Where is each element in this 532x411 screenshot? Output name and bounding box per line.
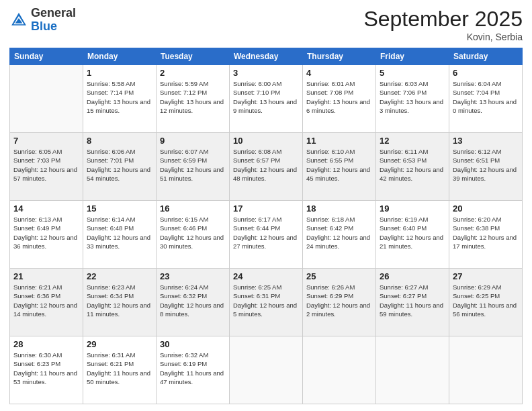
day-number: 27 [453, 271, 519, 281]
day-number: 14 [13, 203, 79, 214]
day-info: Sunrise: 6:10 AMSunset: 6:55 PMDaylight:… [306, 147, 372, 183]
day-number: 10 [233, 136, 299, 146]
day-number: 12 [380, 136, 445, 146]
day-number: 25 [306, 271, 372, 281]
logo-text: General Blue [31, 7, 76, 34]
calendar-cell: 28Sunrise: 6:30 AMSunset: 6:23 PMDayligh… [10, 336, 83, 404]
month-title: September 2025 [363, 7, 523, 32]
day-info: Sunrise: 6:31 AMSunset: 6:21 PMDaylight:… [87, 351, 152, 386]
calendar-week-row: 21Sunrise: 6:21 AMSunset: 6:36 PMDayligh… [10, 269, 523, 336]
day-info: Sunrise: 6:25 AMSunset: 6:31 PMDaylight:… [233, 283, 299, 318]
day-info: Sunrise: 6:21 AMSunset: 6:36 PMDaylight:… [13, 283, 79, 318]
title-block: September 2025 Kovin, Serbia [363, 7, 523, 42]
calendar-cell: 4Sunrise: 6:01 AMSunset: 7:08 PMDaylight… [303, 65, 376, 133]
day-number: 17 [233, 203, 299, 214]
calendar-cell: 18Sunrise: 6:18 AMSunset: 6:42 PMDayligh… [303, 201, 376, 269]
day-info: Sunrise: 5:59 AMSunset: 7:12 PMDaylight:… [160, 79, 226, 115]
day-info: Sunrise: 6:05 AMSunset: 7:03 PMDaylight:… [13, 147, 79, 183]
calendar-cell: 14Sunrise: 6:13 AMSunset: 6:49 PMDayligh… [10, 201, 83, 269]
calendar-week-row: 7Sunrise: 6:05 AMSunset: 7:03 PMDaylight… [10, 133, 523, 201]
day-info: Sunrise: 6:15 AMSunset: 6:46 PMDaylight:… [160, 215, 226, 250]
day-info: Sunrise: 6:06 AMSunset: 7:01 PMDaylight:… [87, 147, 152, 183]
calendar-cell [230, 336, 303, 404]
day-number: 7 [13, 136, 79, 146]
calendar-cell: 11Sunrise: 6:10 AMSunset: 6:55 PMDayligh… [303, 133, 376, 201]
header-tuesday: Tuesday [157, 48, 230, 65]
calendar-cell: 10Sunrise: 6:08 AMSunset: 6:57 PMDayligh… [230, 133, 303, 201]
day-info: Sunrise: 6:30 AMSunset: 6:23 PMDaylight:… [13, 351, 79, 386]
calendar-cell: 25Sunrise: 6:26 AMSunset: 6:29 PMDayligh… [303, 269, 376, 336]
day-number: 15 [87, 203, 152, 214]
logo-blue-text: Blue [31, 19, 57, 33]
day-info: Sunrise: 6:32 AMSunset: 6:19 PMDaylight:… [160, 351, 226, 386]
day-number: 5 [380, 68, 445, 78]
day-number: 16 [160, 203, 226, 214]
day-info: Sunrise: 6:12 AMSunset: 6:51 PMDaylight:… [453, 147, 519, 183]
page: General Blue September 2025 Kovin, Serbi… [0, 0, 532, 411]
day-info: Sunrise: 6:18 AMSunset: 6:42 PMDaylight:… [306, 215, 372, 250]
weekday-header-row: Sunday Monday Tuesday Wednesday Thursday… [10, 48, 523, 65]
day-number: 2 [160, 68, 226, 78]
day-number: 26 [380, 271, 445, 281]
calendar-cell: 5Sunrise: 6:03 AMSunset: 7:06 PMDaylight… [376, 65, 449, 133]
day-info: Sunrise: 6:04 AMSunset: 7:04 PMDaylight:… [453, 79, 519, 115]
calendar-cell: 19Sunrise: 6:19 AMSunset: 6:40 PMDayligh… [376, 201, 449, 269]
calendar-cell: 26Sunrise: 6:27 AMSunset: 6:27 PMDayligh… [376, 269, 449, 336]
day-info: Sunrise: 6:24 AMSunset: 6:32 PMDaylight:… [160, 283, 226, 318]
day-info: Sunrise: 6:07 AMSunset: 6:59 PMDaylight:… [160, 147, 226, 183]
calendar-cell: 20Sunrise: 6:20 AMSunset: 6:38 PMDayligh… [449, 201, 523, 269]
day-number: 20 [453, 203, 519, 214]
calendar-cell: 21Sunrise: 6:21 AMSunset: 6:36 PMDayligh… [10, 269, 83, 336]
calendar-cell: 12Sunrise: 6:11 AMSunset: 6:53 PMDayligh… [376, 133, 449, 201]
calendar-cell: 30Sunrise: 6:32 AMSunset: 6:19 PMDayligh… [157, 336, 230, 404]
calendar-cell: 22Sunrise: 6:23 AMSunset: 6:34 PMDayligh… [83, 269, 157, 336]
location-subtitle: Kovin, Serbia [363, 32, 523, 42]
calendar-cell: 16Sunrise: 6:15 AMSunset: 6:46 PMDayligh… [157, 201, 230, 269]
logo: General Blue [9, 7, 76, 34]
calendar-cell: 6Sunrise: 6:04 AMSunset: 7:04 PMDaylight… [449, 65, 523, 133]
calendar-cell: 8Sunrise: 6:06 AMSunset: 7:01 PMDaylight… [83, 133, 157, 201]
calendar-table: Sunday Monday Tuesday Wednesday Thursday… [9, 48, 523, 404]
header: General Blue September 2025 Kovin, Serbi… [9, 7, 523, 42]
day-info: Sunrise: 6:01 AMSunset: 7:08 PMDaylight:… [306, 79, 372, 115]
day-number: 29 [87, 339, 152, 349]
day-number: 13 [453, 136, 519, 146]
calendar-cell: 29Sunrise: 6:31 AMSunset: 6:21 PMDayligh… [83, 336, 157, 404]
header-monday: Monday [83, 48, 157, 65]
calendar-cell: 17Sunrise: 6:17 AMSunset: 6:44 PMDayligh… [230, 201, 303, 269]
calendar-week-row: 14Sunrise: 6:13 AMSunset: 6:49 PMDayligh… [10, 201, 523, 269]
header-sunday: Sunday [10, 48, 83, 65]
day-info: Sunrise: 6:23 AMSunset: 6:34 PMDaylight:… [87, 283, 152, 318]
day-number: 23 [160, 271, 226, 281]
calendar-cell [10, 65, 83, 133]
day-number: 6 [453, 68, 519, 78]
logo-general-text: General [31, 6, 76, 19]
calendar-cell: 15Sunrise: 6:14 AMSunset: 6:48 PMDayligh… [83, 201, 157, 269]
day-number: 8 [87, 136, 152, 146]
header-saturday: Saturday [449, 48, 523, 65]
day-info: Sunrise: 6:27 AMSunset: 6:27 PMDaylight:… [380, 283, 445, 318]
day-info: Sunrise: 6:08 AMSunset: 6:57 PMDaylight:… [233, 147, 299, 183]
day-number: 1 [87, 68, 152, 78]
calendar-cell: 7Sunrise: 6:05 AMSunset: 7:03 PMDaylight… [10, 133, 83, 201]
day-number: 28 [13, 339, 79, 349]
day-number: 9 [160, 136, 226, 146]
day-number: 4 [306, 68, 372, 78]
day-info: Sunrise: 6:11 AMSunset: 6:53 PMDaylight:… [380, 147, 445, 183]
calendar-cell: 3Sunrise: 6:00 AMSunset: 7:10 PMDaylight… [230, 65, 303, 133]
calendar-cell: 27Sunrise: 6:29 AMSunset: 6:25 PMDayligh… [449, 269, 523, 336]
calendar-cell: 24Sunrise: 6:25 AMSunset: 6:31 PMDayligh… [230, 269, 303, 336]
calendar-week-row: 28Sunrise: 6:30 AMSunset: 6:23 PMDayligh… [10, 336, 523, 404]
day-info: Sunrise: 6:26 AMSunset: 6:29 PMDaylight:… [306, 283, 372, 318]
day-info: Sunrise: 6:29 AMSunset: 6:25 PMDaylight:… [453, 283, 519, 318]
day-info: Sunrise: 6:13 AMSunset: 6:49 PMDaylight:… [13, 215, 79, 250]
day-info: Sunrise: 6:20 AMSunset: 6:38 PMDaylight:… [453, 215, 519, 250]
day-info: Sunrise: 6:14 AMSunset: 6:48 PMDaylight:… [87, 215, 152, 250]
day-number: 18 [306, 203, 372, 214]
calendar-cell [303, 336, 376, 404]
day-info: Sunrise: 6:00 AMSunset: 7:10 PMDaylight:… [233, 79, 299, 115]
header-thursday: Thursday [303, 48, 376, 65]
logo-icon [9, 11, 28, 30]
calendar-cell: 23Sunrise: 6:24 AMSunset: 6:32 PMDayligh… [157, 269, 230, 336]
calendar-week-row: 1Sunrise: 5:58 AMSunset: 7:14 PMDaylight… [10, 65, 523, 133]
